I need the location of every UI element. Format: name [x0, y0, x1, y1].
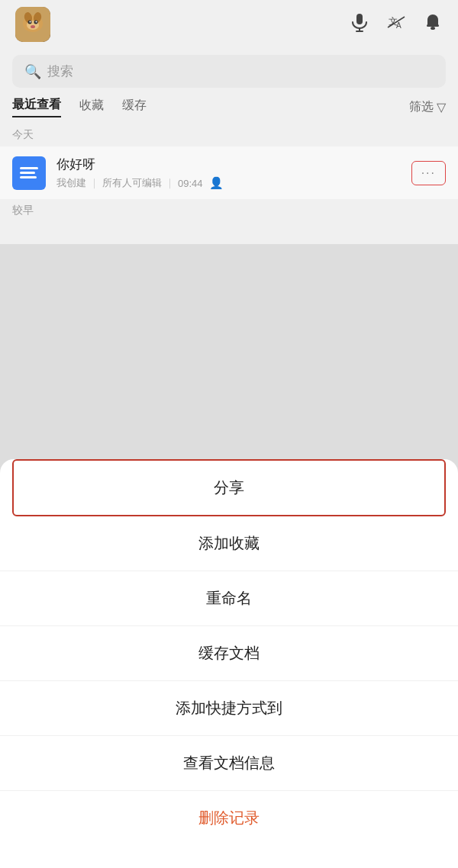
svg-rect-10 [356, 14, 363, 24]
svg-point-16 [431, 27, 435, 30]
sheet-item-shortcut[interactable]: 添加快捷方式到 [0, 681, 458, 736]
search-placeholder: 搜索 [47, 63, 73, 80]
doc-more-dots: ··· [421, 166, 436, 180]
tab-recent[interactable]: 最近查看 [12, 97, 61, 117]
translate-icon[interactable]: 文 A [386, 12, 406, 37]
doc-meta-time: 09:44 [178, 178, 203, 189]
doc-meta-created: 我创建 [56, 176, 86, 190]
sheet-item-add-favorite[interactable]: 添加收藏 [0, 516, 458, 571]
section-today: 今天 [0, 124, 458, 146]
svg-point-9 [36, 21, 37, 23]
header-left [15, 7, 50, 42]
tab-cache[interactable]: 缓存 [122, 98, 147, 117]
search-bar[interactable]: 🔍 搜索 [12, 55, 446, 88]
filter-icon: ▽ [437, 100, 446, 114]
sheet-item-rename[interactable]: 重命名 [0, 571, 458, 626]
tab-favorites[interactable]: 收藏 [79, 98, 104, 117]
doc-meta-sep2: ｜ [165, 176, 175, 190]
avatar[interactable] [15, 7, 50, 42]
search-icon: 🔍 [24, 63, 41, 80]
svg-text:A: A [396, 21, 402, 30]
sheet-item-cache[interactable]: 缓存文档 [0, 626, 458, 681]
bottom-sheet: 分享 添加收藏 重命名 缓存文档 添加快捷方式到 查看文档信息 删除记录 [0, 459, 458, 868]
doc-icon [12, 156, 46, 190]
svg-point-8 [30, 21, 31, 23]
doc-meta-person-icon: 👤 [209, 176, 224, 190]
doc-more-button[interactable]: ··· [411, 161, 446, 185]
bell-icon[interactable] [423, 12, 443, 37]
sheet-item-delete[interactable]: 删除记录 [0, 791, 458, 845]
svg-point-7 [31, 25, 35, 28]
tabs: 最近查看 收藏 缓存 筛选 ▽ [0, 97, 458, 117]
filter-button[interactable]: 筛选 ▽ [409, 99, 446, 115]
microphone-icon[interactable] [350, 12, 369, 37]
doc-item: 你好呀 我创建 ｜ 所有人可编辑 ｜ 09:44 👤 ··· [0, 146, 458, 199]
doc-meta-editable: 所有人可编辑 [102, 176, 162, 190]
doc-title: 你好呀 [56, 156, 401, 173]
svg-rect-15 [427, 24, 439, 27]
header: 文 A [0, 0, 458, 49]
doc-info: 你好呀 我创建 ｜ 所有人可编辑 ｜ 09:44 👤 [56, 156, 401, 190]
header-icons: 文 A [350, 12, 443, 37]
sheet-item-doc-info[interactable]: 查看文档信息 [0, 736, 458, 791]
section-earlier: 较早 [0, 199, 458, 222]
doc-meta: 我创建 ｜ 所有人可编辑 ｜ 09:44 👤 [56, 176, 401, 190]
doc-meta-sep1: ｜ [89, 176, 99, 190]
sheet-item-share[interactable]: 分享 [12, 459, 446, 516]
